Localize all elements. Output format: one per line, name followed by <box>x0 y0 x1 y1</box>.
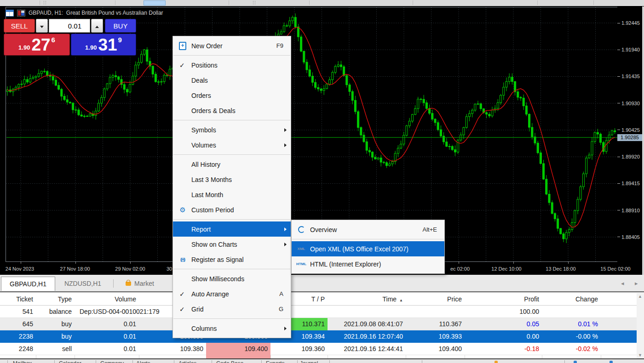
menu-separator <box>292 239 444 239</box>
toolbox-tab-company[interactable]: Company <box>100 360 124 363</box>
menu-item-show-on-charts[interactable]: Show on Charts <box>173 237 291 252</box>
toolbox-tab-code-base[interactable]: Code Base <box>216 360 243 363</box>
toolbox-tab-separator <box>96 360 96 363</box>
menu-item-auto-arrange[interactable]: ✓Auto ArrangeA <box>173 286 291 301</box>
depth-of-market-icon[interactable] <box>6 10 14 17</box>
menu-item-open-xml-ms-office-excel-2007[interactable]: XMLOpen XML (MS Office Excel 2007) <box>292 241 444 256</box>
table-cell: 2248 <box>0 343 36 355</box>
sell-price-panel[interactable]: 1.90 27 6 <box>4 34 70 56</box>
menu-item-grid[interactable]: ✓GridG <box>173 301 291 317</box>
menu-item-show-milliseconds[interactable]: Show Milliseconds <box>173 271 291 286</box>
menu-item-last-3-months[interactable]: Last 3 Months <box>173 172 291 187</box>
buy-price-panel[interactable]: 1.90 31 9 <box>71 34 136 56</box>
html-file-icon: HTML <box>296 262 307 266</box>
table-cell: 2021.09.16 12:07:40 <box>328 330 406 343</box>
menu-item-label: Orders & Deals <box>191 107 236 114</box>
tabs-scroll-left-icon[interactable]: ◂ <box>621 280 624 287</box>
table-cell: 100.00 <box>465 306 542 318</box>
chart-tab-label: GBPAUD,H1 <box>10 280 46 288</box>
menu-shortcut: F9 <box>276 42 283 49</box>
splitter-grip[interactable] <box>44 1 46 5</box>
price-axis-label: 1.90425 <box>621 127 640 133</box>
toolbar-tick <box>593 0 594 5</box>
time-tick <box>513 262 514 264</box>
chart-symbol-title: GBPAUD, H1: Great British Pound vs Austr… <box>29 10 163 16</box>
time-tick <box>459 262 459 264</box>
table-cell: 0.01 <box>75 330 139 343</box>
menu-item-html-internet-explorer[interactable]: HTMLHTML (Internet Explorer) <box>292 256 444 272</box>
column-header-label: Time <box>382 295 397 303</box>
menu-item-label: Columns <box>191 325 217 332</box>
submenu-arrow-icon <box>284 243 287 246</box>
menu-item-register-as-signal[interactable]: ((•))Register as Signal <box>173 252 291 267</box>
menu-item-orders-deals[interactable]: Orders & Deals <box>173 103 291 118</box>
table-cell: 109.400 <box>406 343 465 355</box>
price-tick <box>617 50 620 50</box>
menu-item-orders[interactable]: Orders <box>173 88 291 103</box>
toolbox-tab-journal[interactable]: Journal <box>300 360 318 363</box>
menu-item-overview[interactable]: OverviewAlt+E <box>292 222 444 237</box>
toolbox-tab-calendar[interactable]: Calendar <box>59 360 81 363</box>
table-row[interactable]: 2238buy0.01109.393109.366109.3942021.09.… <box>0 330 637 343</box>
menu-item-label: All History <box>191 161 220 168</box>
metatrader-window: 1.924451.919401.914351.909301.904251.899… <box>0 0 644 363</box>
volume-dropdown-button[interactable] <box>36 19 48 33</box>
menu-item-all-history[interactable]: All History <box>173 157 291 172</box>
menu-item-symbols[interactable]: Symbols <box>173 122 291 137</box>
toolbox-tab-separator <box>422 360 422 363</box>
time-axis-label: 24 Nov 2023 <box>6 266 34 272</box>
toolbox-tab-alerts[interactable]: Alerts <box>136 360 150 363</box>
price-axis: 1.924451.919401.914351.909301.904251.899… <box>617 6 642 275</box>
buy-button[interactable]: BUY <box>105 19 136 33</box>
toolbox-tab-articles[interactable]: Articles <box>178 360 196 363</box>
menu-item-custom-period[interactable]: ⚙Custom Period <box>173 202 291 217</box>
column-header-time[interactable]: Time▲ <box>328 293 406 306</box>
tabs-scroll-right-icon[interactable]: ▸ <box>635 280 638 287</box>
menu-item-deals[interactable]: Deals <box>173 73 291 88</box>
column-header-volume[interactable]: Volume <box>75 293 139 306</box>
menu-item-new-order[interactable]: +New OrderF9 <box>173 38 291 53</box>
chart-tab-nzdusd-h1[interactable]: NZDUSD,H1 <box>57 277 109 291</box>
menu-item-volumes[interactable]: Volumes <box>173 137 291 153</box>
chart-tab-label: NZDUSD,H1 <box>64 280 101 287</box>
table-row[interactable]: 2248sell0.01109.380109.400109.3602021.09… <box>0 343 637 355</box>
volume-increase-button[interactable] <box>91 19 103 33</box>
column-header-change[interactable]: Change <box>542 293 601 306</box>
menu-item-label: Show Milliseconds <box>191 275 244 283</box>
table-row[interactable]: 541balance100.00Dep:USD-004-0010021:179 <box>0 306 637 318</box>
splitter-grip[interactable] <box>253 1 255 5</box>
table-scrollbar[interactable]: ▲ ▼ <box>637 293 644 358</box>
sell-button[interactable]: SELL <box>4 19 35 33</box>
column-header-ticket[interactable]: Ticket <box>0 293 36 306</box>
scroll-up-icon[interactable]: ▲ <box>638 294 642 299</box>
table-cell: 2021.09.16 12:44:41 <box>328 343 406 355</box>
column-header-label: Type <box>58 295 72 303</box>
column-header-label: Change <box>575 295 598 303</box>
column-header-price[interactable]: Price <box>406 293 465 306</box>
table-header-row: TicketTypeVolumeT / PTime▲PriceProfitCha… <box>0 293 637 306</box>
table-cell: 109.400 <box>206 343 270 355</box>
toolbox-tab-mailbox[interactable]: Mailbox <box>13 360 32 363</box>
chart-type-icon[interactable] <box>17 10 25 17</box>
chart-tab-market[interactable]: Market <box>116 277 164 291</box>
volume-input[interactable] <box>49 19 90 33</box>
menu-item-label: Symbols <box>191 126 216 134</box>
table-row[interactable]: 645buy0.01110.3712021.09.08 08:41:07110.… <box>0 318 637 330</box>
price-axis-label: 1.89415 <box>621 181 640 186</box>
menu-item-positions[interactable]: ✓Positions <box>173 57 291 73</box>
scroll-down-icon[interactable]: ▼ <box>638 353 642 357</box>
active-toolbar-button[interactable] <box>144 0 166 6</box>
toolbox-tab-experts[interactable]: Experts <box>266 360 285 363</box>
column-header-type[interactable]: Type <box>36 293 75 306</box>
menu-item-columns[interactable]: Columns <box>173 321 291 336</box>
menu-item-last-month[interactable]: Last Month <box>173 187 291 202</box>
toolbox-tab-icon <box>494 361 498 363</box>
chart-tab-gbpaud-h1[interactable]: GBPAUD,H1 <box>1 277 55 291</box>
column-separator <box>139 355 139 358</box>
toolbox-tab-separator <box>329 360 330 363</box>
column-header-profit[interactable]: Profit <box>465 293 542 306</box>
menu-shortcut: Alt+E <box>423 226 437 233</box>
menu-item-report[interactable]: Report <box>173 221 291 237</box>
submenu-arrow-icon <box>284 227 287 231</box>
toolbar-strip <box>0 0 644 6</box>
